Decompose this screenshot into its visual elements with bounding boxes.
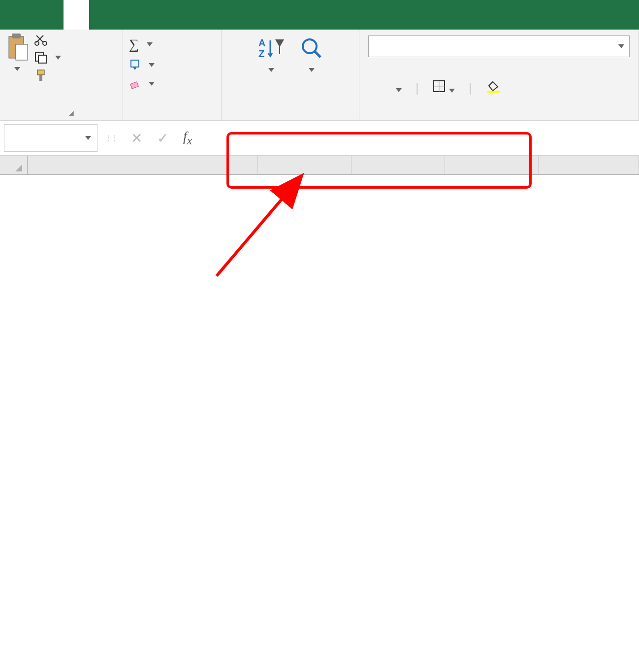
select-all-corner[interactable] — [0, 156, 28, 175]
font-name-select[interactable] — [368, 35, 630, 57]
copy-button[interactable] — [34, 51, 61, 64]
tab-view[interactable] — [217, 0, 243, 30]
scissors-icon — [34, 34, 47, 46]
name-box[interactable] — [4, 124, 97, 152]
col-header-c[interactable] — [258, 156, 351, 175]
border-icon — [433, 80, 446, 93]
tab-insert[interactable] — [89, 0, 115, 30]
tab-developer[interactable] — [243, 0, 268, 30]
search-icon — [300, 36, 323, 60]
find-select-button[interactable] — [300, 36, 323, 114]
col-header-e[interactable] — [445, 156, 539, 175]
dropdown-icon — [618, 44, 624, 48]
cancel-icon[interactable]: ✕ — [131, 130, 142, 146]
brush-icon — [34, 69, 47, 82]
format-painter-button[interactable] — [34, 69, 61, 82]
group-clipboard: ◢ — [0, 30, 123, 120]
underline-button[interactable] — [396, 80, 402, 96]
sigma-icon: ∑ — [129, 36, 139, 52]
dropdown-icon — [14, 67, 20, 71]
fill-icon — [129, 59, 141, 71]
tab-excel-finance[interactable] — [38, 0, 64, 30]
col-header-d[interactable] — [351, 156, 445, 175]
eraser-icon — [129, 78, 141, 90]
border-button[interactable] — [433, 80, 455, 96]
fill-color-button[interactable] — [486, 80, 501, 96]
col-header-a[interactable] — [28, 156, 177, 175]
fx-icon[interactable]: fx — [183, 129, 192, 147]
paste-button[interactable] — [6, 34, 29, 82]
svg-rect-1 — [12, 34, 21, 38]
dropdown-icon — [149, 63, 155, 67]
fill-button[interactable] — [129, 59, 215, 71]
tab-file[interactable] — [12, 0, 38, 30]
svg-rect-2 — [16, 44, 28, 60]
svg-point-12 — [303, 39, 317, 53]
tab-page-layout[interactable] — [115, 0, 140, 30]
ribbon-tabs — [0, 0, 639, 30]
cells-area[interactable] — [0, 175, 639, 668]
cut-button[interactable] — [34, 34, 61, 46]
dropdown-icon — [85, 136, 91, 140]
dropdown-icon — [55, 56, 61, 60]
col-header-b[interactable] — [177, 156, 258, 175]
copy-icon — [34, 51, 47, 64]
svg-text:Z: Z — [258, 48, 264, 59]
svg-rect-6 — [38, 55, 46, 63]
autosum-button[interactable]: ∑ — [129, 36, 215, 52]
svg-rect-7 — [37, 70, 44, 75]
tab-data[interactable] — [166, 0, 192, 30]
range-selector-icon[interactable]: ⋮⋮ — [101, 134, 121, 141]
dropdown-icon — [147, 42, 153, 46]
column-headers — [28, 156, 639, 175]
group-sort-find: AZ — [222, 30, 359, 120]
dropdown-icon — [396, 88, 402, 92]
dropdown-icon — [449, 89, 455, 93]
tab-formulas[interactable] — [140, 0, 166, 30]
ribbon: ◢ ∑ AZ — [0, 30, 639, 121]
svg-rect-8 — [131, 60, 139, 67]
svg-text:A: A — [258, 37, 265, 48]
tab-review[interactable] — [192, 0, 217, 30]
svg-point-4 — [43, 41, 47, 45]
svg-rect-9 — [130, 82, 139, 89]
formula-bar: ⋮⋮ ✕ ✓ fx — [0, 121, 639, 156]
svg-rect-16 — [487, 91, 500, 93]
clear-button[interactable] — [129, 78, 215, 90]
sort-filter-button[interactable]: AZ — [257, 36, 285, 114]
bucket-icon — [486, 80, 501, 93]
col-header-f[interactable] — [539, 156, 639, 175]
dropdown-icon — [149, 82, 155, 86]
paste-icon — [6, 34, 29, 61]
sort-filter-icon: AZ — [257, 36, 285, 60]
group-font: | | — [359, 30, 639, 120]
dropdown-icon — [309, 68, 315, 72]
enter-icon[interactable]: ✓ — [157, 130, 168, 146]
dropdown-icon — [268, 68, 274, 72]
tab-start[interactable] — [64, 0, 89, 30]
group-editing: ∑ — [123, 30, 222, 120]
dialog-launcher-icon[interactable]: ◢ — [68, 109, 74, 117]
